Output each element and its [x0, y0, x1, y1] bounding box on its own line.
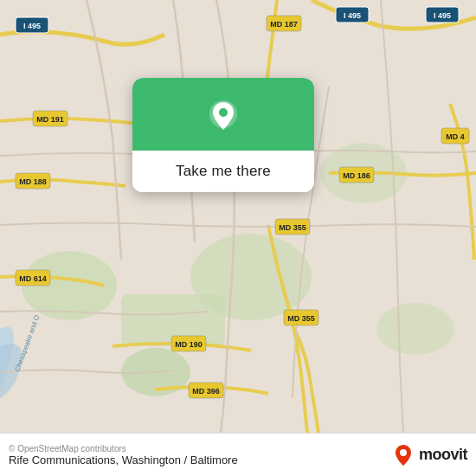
svg-point-37 — [219, 108, 228, 117]
map-background: I 495 I 495 I 495 MD 187 MD 191 MD 188 M… — [0, 0, 476, 433]
svg-text:MD 396: MD 396 — [192, 387, 220, 396]
svg-text:MD 186: MD 186 — [343, 171, 370, 180]
svg-text:I 495: I 495 — [344, 11, 361, 20]
moovit-brand-text: moovit — [419, 446, 467, 464]
svg-point-4 — [376, 303, 454, 355]
footer-left: © OpenStreetMap contributors Rife Commun… — [9, 444, 238, 466]
location-pin-icon — [204, 97, 242, 135]
svg-rect-0 — [0, 0, 476, 433]
footer-bar: © OpenStreetMap contributors Rife Commun… — [0, 433, 476, 476]
svg-text:MD 614: MD 614 — [19, 274, 47, 283]
copyright-text: © OpenStreetMap contributors — [9, 444, 238, 453]
popup-card: Take me there — [132, 78, 314, 192]
svg-text:MD 4: MD 4 — [446, 132, 465, 141]
svg-point-38 — [400, 449, 407, 456]
popup-green-section — [132, 78, 314, 151]
take-me-there-button[interactable]: Take me there — [132, 151, 314, 192]
svg-text:MD 187: MD 187 — [270, 20, 298, 29]
svg-text:MD 188: MD 188 — [19, 177, 47, 186]
svg-text:MD 190: MD 190 — [175, 340, 203, 349]
moovit-logo: moovit — [391, 443, 467, 467]
footer-title: Rife Communications, Washington / Baltim… — [9, 453, 238, 466]
svg-text:MD 355: MD 355 — [279, 223, 306, 232]
moovit-pin-icon — [391, 443, 415, 467]
svg-text:I 495: I 495 — [434, 11, 451, 20]
map-container: I 495 I 495 I 495 MD 187 MD 191 MD 188 M… — [0, 0, 476, 433]
svg-text:MD 355: MD 355 — [287, 314, 315, 323]
svg-text:MD 191: MD 191 — [36, 115, 64, 124]
svg-text:I 495: I 495 — [23, 22, 41, 30]
